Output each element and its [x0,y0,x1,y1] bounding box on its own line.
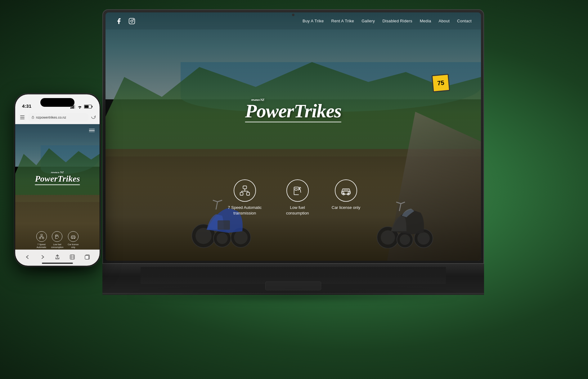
svg-rect-38 [20,117,25,118]
phone-logo-text: rewnco NZ PowerTrikes [35,171,80,184]
tabs-icon[interactable] [84,254,90,261]
speed-sign-board: 75 [432,74,450,92]
svg-rect-6 [218,220,230,230]
feature-fuel-label: Low fuel consumption [279,205,316,216]
nav-disabled-riders[interactable]: Disabled Riders [382,19,412,23]
share-icon[interactable] [55,254,60,261]
svg-rect-43 [42,237,44,239]
svg-rect-36 [85,106,89,108]
nav-media[interactable]: Media [420,19,431,23]
svg-point-15 [133,19,134,20]
dynamic-island [40,98,74,107]
website-content: 75 [105,12,481,261]
svg-rect-39 [20,119,25,119]
phone-body: 4:31 [14,93,101,267]
reload-icon[interactable] [91,114,96,120]
phone-nav [15,124,100,137]
laptop-trackpad [265,282,321,290]
nav-social [115,17,136,25]
feature-transmission-label: 7 Speed Automatic transmission [226,205,263,216]
nav-links: Buy A Trike Rent A Trike Gallery Disable… [303,19,472,23]
phone-feature-license-label: Car licenseonly [68,243,79,249]
phone-car-icon [70,234,76,239]
forward-icon[interactable] [40,254,45,261]
laptop-shadow [122,292,465,301]
phone-transmission-icon-circle [36,231,47,242]
phone-shadow [18,265,97,272]
feature-fuel: Low fuel consumption [279,179,316,216]
svg-point-8 [381,230,395,245]
svg-rect-16 [243,186,246,189]
fuel-icon [292,185,303,196]
browser-bar: nzpowertrikes.co.nz [15,111,100,124]
back-icon[interactable] [25,254,30,261]
svg-rect-27 [342,192,344,193]
browser-list-icon[interactable] [19,114,26,121]
browser-url-bar[interactable]: nzpowertrikes.co.nz [28,113,88,122]
phone-fuel-icon [54,234,60,239]
bookmarks-icon[interactable] [70,254,75,261]
browser-url-text: nzpowertrikes.co.nz [36,115,66,119]
feature-license-label: Car license only [332,205,361,210]
laptop-screen-bezel: 75 [105,12,481,261]
svg-point-1 [195,228,212,244]
transmission-icon-circle [234,179,256,202]
svg-rect-17 [240,192,243,195]
facebook-icon[interactable] [115,17,123,25]
svg-point-10 [417,232,430,245]
hamburger-line-2 [89,130,95,131]
nav-contact[interactable]: Contact [457,19,472,23]
car-icon-circle [335,179,357,202]
phone-feature-fuel: Low fuelconsumption [51,231,64,249]
phone-feature-transmission-label: 7 SpeedAutomatic [37,243,46,249]
nav-about[interactable]: About [439,19,450,23]
phone-logo-brand: PowerTrikes [35,174,80,184]
phone-logo: rewnco NZ PowerTrikes [35,171,80,185]
instagram-icon[interactable] [128,17,136,25]
svg-rect-23 [295,188,297,190]
svg-point-14 [131,20,133,22]
phone-screen: 4:31 [15,94,100,266]
logo-area: rewnco NZ PowerTrikes [245,101,341,122]
nav-gallery[interactable]: Gallery [361,19,375,23]
status-icons [70,105,93,109]
svg-point-33 [79,108,80,109]
svg-rect-31 [73,106,74,109]
feature-transmission: 7 Speed Automatic transmission [226,179,263,216]
phone-features-row: 7 SpeedAutomatic Low [20,231,95,249]
fuel-icon-circle [286,179,309,202]
phone-feature-license: Car licenseonly [68,231,79,249]
nav-bar: Buy A Trike Rent A Trike Gallery Disable… [105,12,481,29]
svg-point-12 [400,234,410,245]
hamburger-menu[interactable] [89,129,95,132]
logo-tagline: rewnco NZ [251,98,264,102]
svg-rect-32 [74,105,75,109]
phone-feature-fuel-label: Low fuelconsumption [51,243,64,249]
phone-feature-transmission: 7 SpeedAutomatic [36,231,47,249]
svg-rect-54 [85,255,89,259]
logo-brand: PowerTrikes [245,100,341,121]
svg-rect-48 [56,236,57,237]
svg-point-3 [234,231,248,244]
feature-license: Car license only [332,179,361,210]
phone-transmission-icon [39,234,44,239]
svg-rect-41 [41,234,42,236]
svg-rect-18 [246,192,249,195]
phone-website: rewnco NZ PowerTrikes [15,124,100,266]
scene: 75 [0,0,588,379]
svg-rect-40 [32,117,34,119]
svg-rect-35 [92,106,92,107]
laptop: 75 [102,9,484,295]
svg-point-5 [217,233,228,244]
status-time: 4:31 [22,103,31,109]
phone-fuel-icon-circle [52,231,62,242]
phone-logo-line [35,185,80,185]
logo-underline [245,122,341,122]
speed-value: 75 [437,79,445,87]
phone-car-icon-circle [68,231,79,242]
nav-buy-trike[interactable]: Buy A Trike [303,19,324,23]
battery-icon [84,105,93,109]
wifi-icon [77,105,82,109]
nav-rent-trike[interactable]: Rent A Trike [331,19,354,23]
transmission-icon [239,185,251,196]
